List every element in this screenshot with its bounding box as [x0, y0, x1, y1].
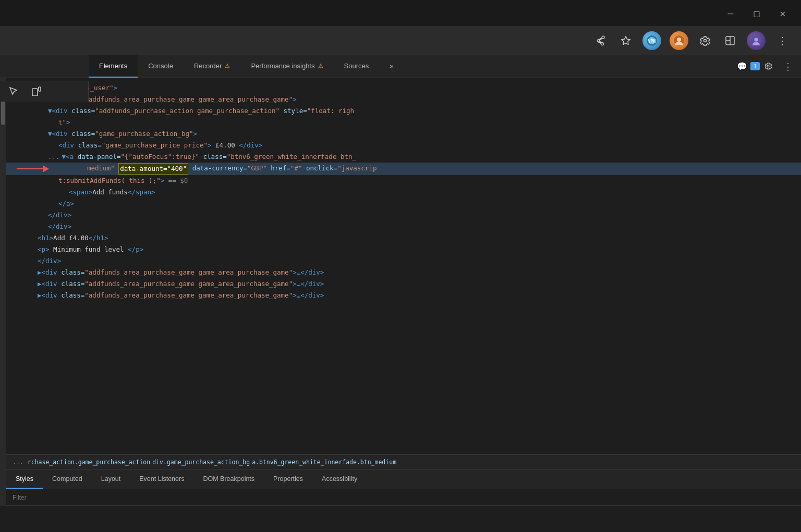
filter-input[interactable] — [13, 494, 117, 501]
tree-line[interactable]: <h1>Add £4.00</h1> — [6, 232, 801, 244]
devtools-main: ▼<div id="prices_user"> ▼<div class="add… — [0, 78, 801, 506]
svg-text:VPN: VPN — [648, 39, 656, 44]
filter-bar — [6, 489, 801, 506]
breadcrumb-item-2[interactable]: div.game_purchase_action_bg — [152, 459, 250, 466]
tree-line[interactable]: <div class="game_purchase_price price"> … — [6, 140, 801, 151]
tree-line[interactable]: ▼<div class="addfunds_area_purchase_game… — [6, 94, 801, 105]
arrow-indicator — [17, 165, 49, 172]
tree-line[interactable]: </div> — [6, 255, 801, 267]
breadcrumb-dots: ... — [13, 459, 23, 466]
star-icon[interactable] — [617, 32, 634, 49]
tree-line[interactable]: </div> — [6, 221, 801, 232]
tree-line[interactable]: ▼<div class="game_purchase_action_bg"> — [6, 128, 801, 140]
highlighted-attribute: data-amount="400" — [118, 163, 188, 175]
tab-layout[interactable]: Layout — [92, 469, 130, 489]
svg-rect-8 — [32, 89, 38, 96]
tree-line[interactable]: </div> — [6, 209, 801, 221]
devtools-tab-icons: 💬 1 ⋮ — [741, 55, 801, 78]
tab-more[interactable]: » — [379, 55, 404, 78]
tab-accessibility[interactable]: Accessibility — [312, 469, 367, 489]
tree-line[interactable]: ▶<div class="addfunds_area_purchase_game… — [6, 267, 801, 278]
device-mode-icon[interactable] — [27, 82, 46, 101]
tab-sources[interactable]: Sources — [334, 55, 380, 78]
breadcrumb-item-1[interactable]: rchase_action.game_purchase_action — [28, 459, 150, 466]
svg-point-4 — [704, 39, 707, 42]
recorder-warning-icon: ⚠ — [225, 63, 230, 69]
chat-icon-btn[interactable]: 💬 1 — [741, 58, 756, 74]
perf-warning-icon: ⚠ — [318, 63, 323, 69]
tree-line[interactable]: ▶<div class="addfunds_area_purchase_game… — [6, 278, 801, 290]
tree-line[interactable]: </a> — [6, 198, 801, 209]
svg-point-7 — [755, 38, 758, 41]
devtools-tab-bar: Elements Console Recorder ⚠ Performance … — [0, 55, 801, 78]
tree-line[interactable]: ... ▼<a data-panel="{"autoFocus":true}" … — [6, 151, 801, 163]
elements-tree[interactable]: ▼<div id="prices_user"> ▼<div class="add… — [6, 78, 801, 454]
more-options-button[interactable]: ⋮ — [780, 58, 796, 74]
tree-line[interactable]: ▼<div class="addfunds_purchase_action ga… — [6, 105, 801, 117]
browser-toolbar: VPN ⋮ — [0, 26, 801, 55]
bottom-tabs: Styles Computed Layout Event Listeners D… — [6, 469, 801, 489]
breadcrumb-item-3[interactable]: a.btnv6_green_white_innerfade.btn_medium — [252, 459, 396, 466]
bottom-panel: Styles Computed Layout Event Listeners D… — [6, 469, 801, 506]
tree-line[interactable]: t:submitAddFunds( this );"> == $0 — [6, 175, 801, 187]
tree-line[interactable]: <span>Add funds</span> — [6, 187, 801, 198]
close-button[interactable]: ✕ — [775, 8, 791, 19]
tree-line[interactable]: ▼<div id="prices_user"> — [6, 82, 801, 94]
scrollbar[interactable] — [0, 78, 6, 506]
restore-button[interactable]: □ — [749, 8, 764, 19]
settings-button[interactable] — [760, 58, 776, 74]
tree-line-highlighted[interactable]: medium" data-amount="400" data-currency=… — [6, 163, 801, 175]
tab-dom-breakpoints[interactable]: DOM Breakpoints — [193, 469, 264, 489]
svg-rect-9 — [39, 87, 41, 91]
elements-panel: ▼<div id="prices_user"> ▼<div class="add… — [6, 78, 801, 506]
avatar-icon[interactable] — [747, 31, 766, 50]
layout-icon[interactable] — [722, 32, 738, 49]
tab-event-listeners[interactable]: Event Listeners — [130, 469, 193, 489]
minimize-button[interactable]: — — [723, 8, 738, 19]
tree-line[interactable]: t"> — [6, 117, 801, 128]
tree-line[interactable]: <p> Minimum fund level </p> — [6, 244, 801, 255]
inspect-element-icon[interactable] — [4, 82, 23, 101]
chat-icon: 💬 — [737, 61, 747, 71]
tree-line[interactable]: ▶<div class="addfunds_area_purchase_game… — [6, 290, 801, 301]
vpn-icon[interactable]: VPN — [642, 31, 661, 50]
tab-recorder[interactable]: Recorder ⚠ — [184, 55, 240, 78]
devtools-panel: Elements Console Recorder ⚠ Performance … — [0, 55, 801, 506]
tab-console[interactable]: Console — [138, 55, 184, 78]
svg-point-3 — [677, 38, 681, 42]
menu-icon[interactable]: ⋮ — [774, 32, 791, 49]
profile-icon[interactable] — [670, 31, 688, 50]
extensions-icon[interactable] — [697, 32, 713, 49]
tab-computed[interactable]: Computed — [43, 469, 92, 489]
title-bar: — □ ✕ — [0, 0, 801, 26]
breadcrumb-bar: ... rchase_action.game_purchase_action d… — [6, 454, 801, 469]
tab-performance-insights[interactable]: Performance insights ⚠ — [240, 55, 333, 78]
tab-elements[interactable]: Elements — [89, 55, 138, 78]
share-icon[interactable] — [592, 32, 609, 49]
chat-badge: 1 — [750, 62, 760, 70]
tab-properties[interactable]: Properties — [264, 469, 312, 489]
tab-styles[interactable]: Styles — [6, 469, 43, 489]
